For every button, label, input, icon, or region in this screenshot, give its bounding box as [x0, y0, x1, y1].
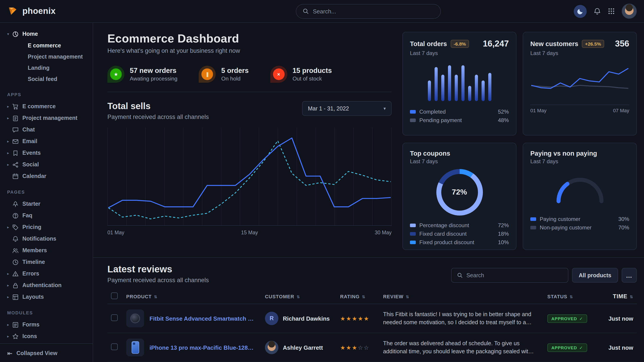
- reviews-title: Latest reviews: [108, 264, 209, 275]
- check-icon: ✓: [579, 345, 583, 350]
- bar: [461, 65, 464, 101]
- pie-icon: [12, 31, 19, 37]
- column-header-product[interactable]: PRODUCT⇅: [122, 289, 261, 304]
- reviews-table: PRODUCT⇅CUSTOMER⇅RATING⇅REVIEW⇅STATUS⇅TI…: [108, 289, 637, 362]
- sidebar-item-project-management[interactable]: ▸Project management: [5, 112, 89, 124]
- review-time: Just now: [598, 333, 637, 362]
- sidebar-item-chat[interactable]: Chat: [5, 124, 89, 135]
- sidebar-item-label: Timeline: [22, 259, 45, 265]
- stat-caption: Out of stock: [292, 76, 332, 82]
- column-header-status[interactable]: STATUS⇅: [544, 289, 598, 304]
- column-header-customer[interactable]: CUSTOMER⇅: [261, 289, 336, 304]
- layout-icon: [12, 294, 19, 300]
- select-all-checkbox[interactable]: [111, 293, 118, 299]
- page-title: Ecommerce Dashboard: [108, 32, 392, 45]
- sidebar-item-timeline[interactable]: Timeline: [5, 256, 89, 268]
- page-subtitle: Here's what's going on at your business …: [108, 47, 392, 54]
- chevron-right-icon: ▸: [7, 151, 12, 155]
- sidebar-item-starter[interactable]: Starter: [5, 198, 89, 210]
- x-axis-label: 07 May: [613, 108, 629, 113]
- collapsed-view-button[interactable]: ⇤ Collapsed View: [0, 344, 93, 362]
- status-badge: APPROVED ✓: [547, 344, 587, 352]
- sidebar-children: E commerceProject managementLandingSocia…: [5, 40, 89, 84]
- sidebar-item-icons[interactable]: ▸Icons: [5, 331, 89, 342]
- star-icon: [12, 333, 19, 340]
- x-icon: ×: [270, 66, 287, 83]
- trend-badge: +26.5%: [582, 40, 604, 48]
- sidebar-item-label: Authentication: [22, 282, 62, 289]
- sort-icon: ⇅: [406, 295, 409, 299]
- apps-menu-button[interactable]: [608, 7, 615, 15]
- card-value: 16,247: [483, 39, 509, 49]
- navbar-search[interactable]: [296, 4, 441, 18]
- brand[interactable]: phoenix: [7, 5, 56, 17]
- more-options-button[interactable]: …: [622, 268, 637, 283]
- chevron-right-icon: ▸: [7, 272, 12, 276]
- legend-item: Pending payment48%: [410, 116, 509, 124]
- sidebar-item-social[interactable]: ▸Social: [5, 159, 89, 170]
- card-title: New customers: [530, 40, 578, 47]
- new-customers-chart: [530, 63, 629, 104]
- trend-badge: -6.8%: [450, 40, 469, 48]
- column-header-rating[interactable]: RATING⇅: [336, 289, 380, 304]
- share-icon: [12, 161, 19, 168]
- sidebar-item-authentication[interactable]: ▸Authentication: [5, 280, 89, 291]
- sidebar-item-social-feed[interactable]: Social feed: [5, 73, 89, 84]
- chevron-down-icon: ▾: [7, 32, 12, 36]
- donut-center-label: 72%: [452, 188, 467, 197]
- navbar: phoenix: [0, 0, 644, 23]
- row-checkbox[interactable]: [111, 343, 118, 350]
- sidebar-item-notifications[interactable]: Notifications: [5, 233, 89, 245]
- sidebar-item-errors[interactable]: ▸Errors: [5, 268, 89, 280]
- check-icon: ✓: [579, 316, 583, 321]
- sidebar-item-email[interactable]: ▸Email: [5, 135, 89, 147]
- sidebar-item-label: Pricing: [22, 224, 42, 230]
- clipboard-icon: [12, 115, 19, 121]
- sidebar-item-landing[interactable]: Landing: [5, 62, 89, 73]
- main-content: Ecommerce Dashboard Here's what's going …: [93, 23, 644, 362]
- sidebar-item-calendar[interactable]: Calendar: [5, 170, 89, 182]
- sidebar-item-label: Social: [22, 161, 39, 168]
- sidebar-item-home[interactable]: ▾Home: [5, 28, 89, 40]
- search-input[interactable]: [313, 8, 434, 14]
- sidebar-item-label: Starter: [22, 201, 40, 207]
- sidebar-item-project-management[interactable]: Project management: [5, 51, 89, 62]
- sidebar-item-faq[interactable]: Faq: [5, 210, 89, 221]
- stat-value: 5 orders: [221, 67, 248, 75]
- bell-icon: [12, 235, 19, 242]
- legend-item: Fixed product discount10%: [410, 238, 509, 246]
- row-checkbox[interactable]: [111, 314, 118, 321]
- legend-item: Completed52%: [410, 107, 509, 116]
- user-avatar[interactable]: [622, 3, 637, 19]
- legend-label: Completed: [419, 108, 446, 115]
- theme-toggle-button[interactable]: [574, 5, 587, 18]
- card-title: Top coupons: [410, 150, 450, 157]
- date-range-select[interactable]: Mar 1 - 31, 2022 ▾: [302, 101, 392, 116]
- bar: [448, 65, 451, 101]
- reviews-search-input[interactable]: [466, 272, 562, 278]
- bar: [454, 75, 458, 101]
- orders-legend: Completed52%Pending payment48%: [410, 107, 509, 124]
- sidebar-item-e-commerce[interactable]: ▸E commerce: [5, 101, 89, 112]
- all-products-button[interactable]: All products: [572, 268, 618, 283]
- x-axis-label: 01 May: [530, 108, 546, 113]
- sidebar-item-members[interactable]: Members: [5, 245, 89, 256]
- reviews-search[interactable]: [451, 268, 568, 283]
- product-link[interactable]: Fitbit Sense Advanced Smartwatch with To…: [150, 315, 258, 322]
- column-header-time[interactable]: TIME⇅: [598, 289, 637, 304]
- sidebar-item-layouts[interactable]: ▸Layouts: [5, 291, 89, 303]
- stat-value: 57 new orders: [130, 67, 178, 75]
- column-header-review[interactable]: REVIEW⇅: [380, 289, 544, 304]
- product-link[interactable]: iPhone 13 pro max-Pacific Blue-128GB sto…: [150, 344, 258, 351]
- sort-icon: ⇅: [154, 295, 158, 299]
- notifications-button[interactable]: [594, 7, 601, 15]
- total-sells-x-labels: 01 May15 May30 May: [108, 230, 392, 235]
- sidebar-item-events[interactable]: ▸Events: [5, 147, 89, 159]
- sidebar-item-e-commerce[interactable]: E commerce: [5, 40, 89, 51]
- sidebar-item-pricing[interactable]: ▸Pricing: [5, 221, 89, 233]
- sidebar-item-forms[interactable]: ▸Forms: [5, 319, 89, 331]
- legend-value: 70%: [618, 224, 629, 231]
- chevron-right-icon: ▸: [7, 295, 12, 299]
- stat-caption: Awating processing: [130, 76, 178, 82]
- card-period: Last 7 days: [530, 158, 629, 165]
